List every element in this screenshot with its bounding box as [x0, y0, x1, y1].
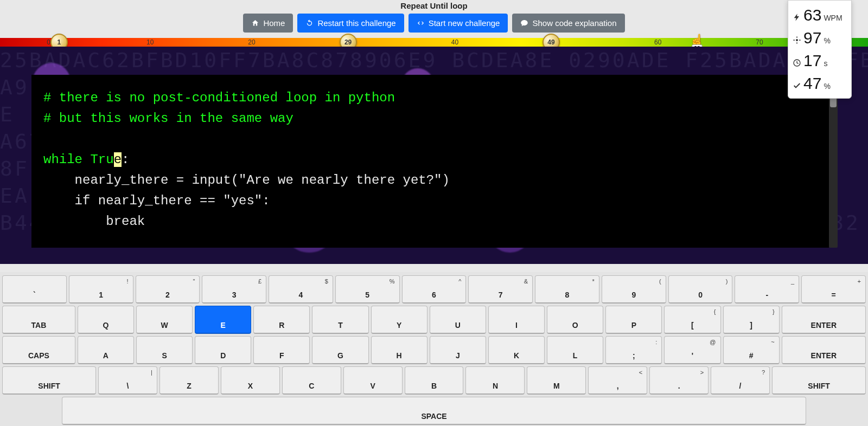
keyboard-row: SHIFT\|ZXCVBNM,<.>/?SHIFT — [2, 366, 866, 395]
header: Repeat Until loop Home Restart this chal… — [0, 0, 868, 38]
key-enter[interactable]: ENTER — [782, 336, 866, 364]
comment-icon — [520, 19, 528, 27]
start-new-button[interactable]: Start new challenge — [409, 14, 508, 33]
key-g[interactable]: G — [312, 336, 368, 364]
key-c[interactable]: C — [282, 366, 341, 395]
key-i[interactable]: I — [488, 306, 545, 334]
key-space[interactable]: SPACE — [62, 397, 806, 425]
key-h[interactable]: H — [371, 336, 427, 364]
key-tab[interactable]: TAB — [2, 306, 75, 334]
key-t[interactable]: T — [312, 306, 368, 334]
cursor-char: e — [114, 152, 122, 167]
tick-label: 70 — [756, 38, 763, 46]
accuracy-value: 97 — [803, 29, 821, 47]
key-e[interactable]: E — [195, 306, 251, 334]
tick-label: 40 — [451, 38, 458, 46]
stats-panel: 63 WPM 97 % 17 s 47 % — [788, 0, 852, 99]
key-/[interactable]: /? — [711, 366, 770, 395]
explain-button[interactable]: Show code explanation — [512, 14, 624, 33]
key-v[interactable]: V — [343, 366, 403, 395]
key-shift[interactable]: SHIFT — [772, 366, 866, 395]
key-,[interactable]: ,< — [588, 366, 647, 395]
key-d[interactable]: D — [195, 336, 251, 364]
key-enter[interactable]: ENTER — [782, 306, 866, 334]
check-icon — [793, 81, 801, 90]
key-;[interactable]: ;: — [605, 336, 662, 364]
code-editor[interactable]: # there is no post-conditioned loop in p… — [31, 75, 829, 248]
explain-label: Show code explanation — [532, 18, 616, 28]
stat-accuracy: 97 % — [793, 27, 847, 49]
home-button[interactable]: Home — [243, 14, 293, 33]
key-8[interactable]: 8* — [535, 275, 599, 304]
key-w[interactable]: W — [136, 306, 193, 334]
key-x[interactable]: X — [221, 366, 280, 395]
stat-wpm: 63 WPM — [793, 4, 847, 27]
key-p[interactable]: P — [605, 306, 662, 334]
key--[interactable]: -_ — [735, 275, 799, 304]
key-.[interactable]: .> — [649, 366, 709, 395]
key-9[interactable]: 9( — [602, 275, 666, 304]
key-2[interactable]: 2" — [136, 275, 200, 304]
virtual-keyboard: `1!2"3£4$5%6^7&8*9(0)-_=+TABQWERTYUIOP[{… — [0, 272, 868, 426]
key-5[interactable]: 5% — [335, 275, 400, 304]
home-icon — [251, 19, 259, 27]
code-icon — [417, 19, 425, 27]
key-k[interactable]: K — [488, 336, 545, 364]
key-b[interactable]: B — [405, 366, 464, 395]
key-`[interactable]: ` — [2, 275, 67, 304]
key-a[interactable]: A — [78, 336, 134, 364]
keyboard-row: `1!2"3£4$5%6^7&8*9(0)-_=+ — [2, 275, 866, 304]
key-l[interactable]: L — [547, 336, 603, 364]
key-s[interactable]: S — [136, 336, 193, 364]
scrollbar[interactable] — [829, 75, 838, 248]
key-f[interactable]: F — [253, 336, 310, 364]
key-n[interactable]: N — [465, 366, 525, 395]
key-z[interactable]: Z — [159, 366, 219, 395]
restart-label: Restart this challenge — [317, 18, 395, 28]
key-4[interactable]: 4$ — [269, 275, 333, 304]
time-unit: s — [824, 59, 827, 68]
home-label: Home — [263, 18, 285, 28]
chars-unit: % — [824, 82, 830, 91]
target-icon — [793, 36, 801, 44]
key-0[interactable]: 0) — [668, 275, 733, 304]
clock-icon — [793, 59, 801, 67]
key-u[interactable]: U — [430, 306, 486, 334]
restart-icon — [305, 19, 314, 27]
rocket-icon — [793, 13, 801, 22]
typed-text: # there is no post-conditioned loop in p… — [43, 91, 395, 167]
speed-gradient: 01020304050607012949☝️63 — [0, 38, 868, 47]
restart-button[interactable]: Restart this challenge — [297, 14, 404, 33]
time-value: 17 — [803, 51, 821, 70]
key-y[interactable]: Y — [371, 306, 427, 334]
key-1[interactable]: 1! — [69, 275, 133, 304]
start-new-label: Start new challenge — [429, 18, 500, 28]
key-#[interactable]: #~ — [723, 336, 780, 364]
accuracy-unit: % — [824, 36, 830, 45]
wpm-value: 63 — [803, 6, 821, 24]
keyboard-row: SPACE — [2, 397, 866, 425]
tick-label: 10 — [146, 38, 154, 46]
wpm-unit: WPM — [824, 14, 842, 22]
key-][interactable]: ]} — [723, 306, 780, 334]
toolbar: Home Restart this challenge Start new ch… — [0, 14, 868, 38]
key-m[interactable]: M — [527, 366, 586, 395]
key-7[interactable]: 7& — [468, 275, 533, 304]
tick-label: 20 — [248, 38, 255, 46]
key-caps[interactable]: CAPS — [2, 336, 75, 364]
key-[[interactable]: [{ — [664, 306, 720, 334]
key-r[interactable]: R — [253, 306, 310, 334]
key-o[interactable]: O — [547, 306, 603, 334]
tick-label: 60 — [654, 38, 661, 46]
key-j[interactable]: J — [430, 336, 486, 364]
key-=[interactable]: =+ — [801, 275, 866, 304]
key-shift[interactable]: SHIFT — [2, 366, 96, 395]
keyboard-row: CAPSASDFGHJKL;:'@#~ENTER — [2, 336, 866, 364]
key-6[interactable]: 6^ — [402, 275, 467, 304]
key-\[interactable]: \| — [98, 366, 157, 395]
page-title: Repeat Until loop — [0, 1, 868, 10]
key-q[interactable]: Q — [78, 306, 134, 334]
svg-point-0 — [796, 39, 798, 41]
key-'[interactable]: '@ — [664, 336, 720, 364]
key-3[interactable]: 3£ — [202, 275, 266, 304]
